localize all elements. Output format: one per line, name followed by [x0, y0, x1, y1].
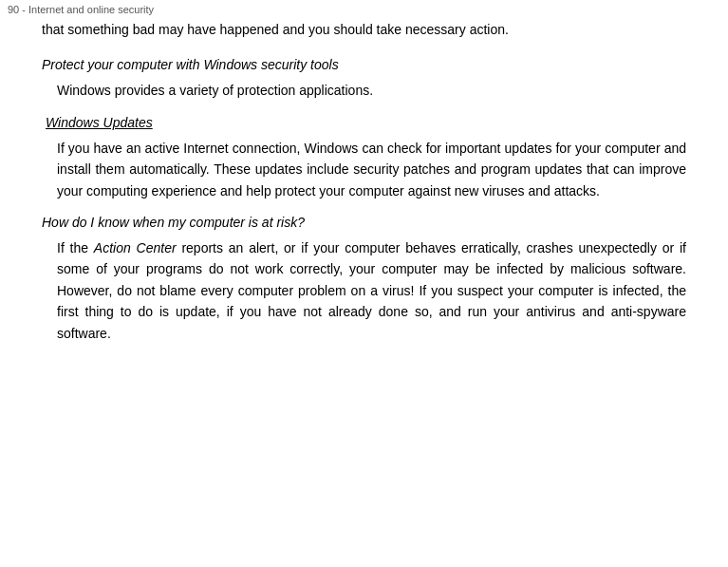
protect-body: Windows provides a variety of protection…	[42, 80, 686, 101]
risk-body: If the Action Center reports an alert, o…	[42, 237, 686, 344]
page-label: 90 - Internet and online security	[0, 0, 728, 19]
action-center-italic: Action Center	[94, 240, 177, 255]
section-risk: How do I know when my computer is at ris…	[42, 215, 686, 344]
page-wrapper: 90 - Internet and online security that s…	[0, 0, 728, 344]
risk-title: How do I know when my computer is at ris…	[42, 215, 686, 230]
risk-body-part1: If the	[57, 240, 94, 255]
intro-paragraph: that something bad may have happened and…	[42, 19, 686, 40]
windows-updates-title: Windows Updates	[42, 115, 686, 130]
protect-title: Protect your computer with Windows secur…	[42, 57, 686, 72]
section-protect: Protect your computer with Windows secur…	[42, 57, 686, 101]
windows-updates-body: If you have an active Internet connectio…	[42, 138, 686, 201]
main-content: that something bad may have happened and…	[0, 19, 728, 344]
section-windows-updates: Windows Updates If you have an active In…	[42, 115, 686, 201]
